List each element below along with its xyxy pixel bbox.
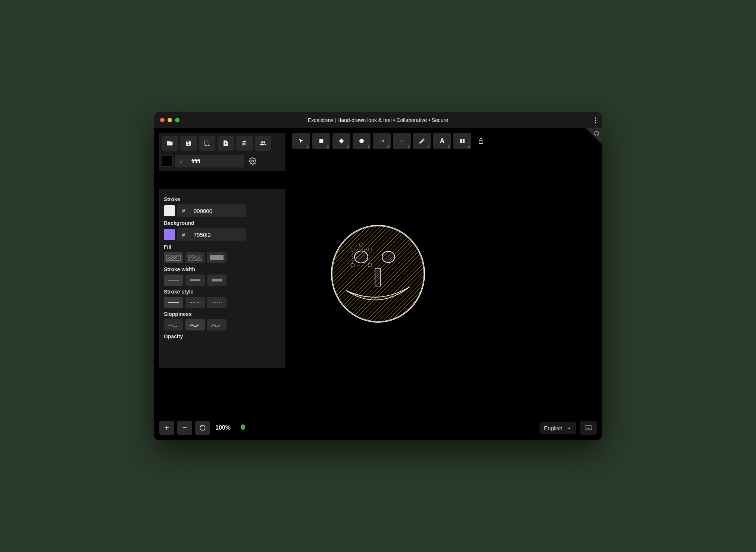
fill-label: Fill xyxy=(164,244,275,250)
tool-selection[interactable]: 1 xyxy=(292,133,310,149)
sloppiness-architect[interactable] xyxy=(164,319,183,330)
fill-solid[interactable] xyxy=(207,252,227,263)
svg-point-0 xyxy=(252,160,254,162)
zoom-in-button[interactable] xyxy=(159,421,174,435)
svg-point-21 xyxy=(354,251,368,263)
close-window-button[interactable] xyxy=(160,118,165,122)
stroke-color-input[interactable] xyxy=(190,204,246,217)
stroke-style-dotted[interactable] xyxy=(207,297,227,308)
minimize-window-button[interactable] xyxy=(168,118,172,122)
stroke-width-thin[interactable] xyxy=(164,275,183,286)
tool-ellipse[interactable]: 4 xyxy=(353,133,371,149)
svg-rect-25 xyxy=(351,264,354,267)
tool-library[interactable]: 9 xyxy=(453,133,471,149)
file-panel: # xyxy=(159,133,285,171)
tool-line[interactable]: 6 xyxy=(393,133,411,149)
canvas-color-input[interactable] xyxy=(188,155,244,167)
svg-rect-30 xyxy=(585,426,592,430)
stroke-style-dashed[interactable] xyxy=(185,297,205,308)
tool-text[interactable]: A8 xyxy=(433,133,451,149)
svg-rect-7 xyxy=(479,141,483,144)
properties-panel: Stroke # Background # xyxy=(159,189,285,368)
svg-rect-1 xyxy=(319,139,324,143)
svg-rect-26 xyxy=(368,264,371,267)
browser-menu-icon[interactable] xyxy=(595,117,596,123)
app-body: # 1 2 3 4 5 6 7 A8 9 xyxy=(154,128,602,440)
stroke-hash: # xyxy=(177,204,190,217)
svg-rect-5 xyxy=(460,141,462,143)
background-swatch[interactable] xyxy=(164,229,175,240)
stroke-width-thick[interactable] xyxy=(207,275,227,286)
background-label: Background xyxy=(164,220,275,226)
svg-rect-10 xyxy=(210,255,224,260)
app-window: Excalidraw | Hand-drawn look & feel • Co… xyxy=(154,112,602,440)
svg-rect-3 xyxy=(460,139,462,141)
background-hash: # xyxy=(177,228,190,241)
svg-rect-29 xyxy=(375,268,380,286)
svg-rect-24 xyxy=(368,248,371,251)
titlebar: Excalidraw | Hand-drawn look & feel • Co… xyxy=(154,112,602,128)
export-button[interactable] xyxy=(218,136,234,151)
bottom-right-controls: English ▲ xyxy=(540,421,597,435)
zoom-out-button[interactable] xyxy=(177,421,192,435)
language-select[interactable]: English xyxy=(540,422,576,434)
svg-rect-4 xyxy=(463,139,465,141)
tool-toolbar: 1 2 3 4 5 6 7 A8 9 xyxy=(292,133,488,149)
svg-point-2 xyxy=(359,139,364,143)
maximize-window-button[interactable] xyxy=(175,118,179,122)
background-color-input[interactable] xyxy=(190,228,246,241)
hash-label: # xyxy=(175,155,188,167)
tool-lock[interactable] xyxy=(474,133,488,149)
github-corner[interactable] xyxy=(580,128,602,151)
svg-point-28 xyxy=(382,251,395,263)
zoom-reset-button[interactable] xyxy=(195,421,210,435)
zoom-value: 100% xyxy=(213,424,233,431)
keyboard-shortcuts-button[interactable] xyxy=(580,421,597,435)
canvas-drawing[interactable] xyxy=(326,222,430,326)
stroke-style-solid[interactable] xyxy=(164,297,183,308)
encryption-shield-icon[interactable] xyxy=(240,424,246,432)
sloppiness-artist[interactable] xyxy=(185,319,205,330)
save-as-button[interactable] xyxy=(199,136,215,151)
window-title: Excalidraw | Hand-drawn look & feel • Co… xyxy=(154,117,602,123)
sloppiness-cartoonist[interactable] xyxy=(207,319,227,330)
open-button[interactable] xyxy=(162,136,178,151)
stroke-width-medium[interactable] xyxy=(185,275,205,286)
settings-button[interactable] xyxy=(246,154,259,168)
save-button[interactable] xyxy=(180,136,197,151)
canvas[interactable]: # 1 2 3 4 5 6 7 A8 9 xyxy=(154,128,602,440)
fill-hachure[interactable] xyxy=(164,252,183,263)
stroke-swatch[interactable] xyxy=(164,205,175,216)
stroke-label: Stroke xyxy=(164,196,275,202)
opacity-label: Opacity xyxy=(164,333,275,339)
fill-crosshatch[interactable] xyxy=(185,252,205,263)
tool-arrow[interactable]: 5 xyxy=(373,133,391,149)
svg-rect-6 xyxy=(463,141,465,143)
stroke-style-label: Stroke style xyxy=(164,289,275,295)
window-controls xyxy=(160,118,179,122)
properties-scroll[interactable]: Stroke # Background # xyxy=(164,193,280,363)
canvas-color-swatch[interactable] xyxy=(162,156,173,167)
sloppiness-label: Sloppiness xyxy=(164,311,275,317)
collaborate-button[interactable] xyxy=(255,136,271,151)
zoom-controls: 100% xyxy=(159,421,246,435)
svg-rect-23 xyxy=(351,248,354,251)
clear-canvas-button[interactable] xyxy=(236,136,253,151)
tool-draw[interactable]: 7 xyxy=(413,133,431,149)
tool-diamond[interactable]: 3 xyxy=(332,133,350,149)
tool-rectangle[interactable]: 2 xyxy=(312,133,330,149)
stroke-width-label: Stroke width xyxy=(164,266,275,272)
